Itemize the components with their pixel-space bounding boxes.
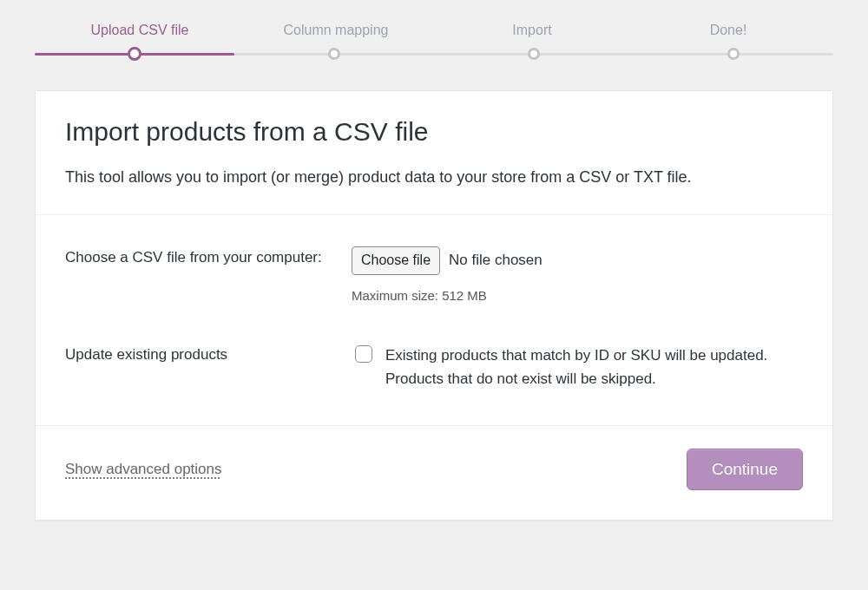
card-body: Choose a CSV file from your computer: Ch… (36, 215, 832, 425)
choose-file-button[interactable]: Choose file (352, 246, 440, 275)
progress-stepper: Upload CSV file Column mapping Import Do… (35, 21, 833, 61)
stepper-dot-1 (128, 47, 141, 61)
choose-file-label: Choose a CSV file from your computer: (65, 246, 352, 269)
update-existing-checkbox[interactable] (355, 345, 372, 363)
page-title: Import products from a CSV file (65, 117, 803, 147)
stepper-dot-2 (328, 48, 340, 60)
card-footer: Show advanced options Continue (36, 425, 832, 520)
file-chosen-status: No file chosen (449, 249, 542, 272)
step-done[interactable]: Done! (630, 21, 826, 49)
file-input-line: Choose file No file chosen (352, 246, 803, 275)
card-header: Import products from a CSV file This too… (36, 91, 832, 215)
continue-button[interactable]: Continue (687, 449, 803, 490)
stepper-track (35, 49, 833, 61)
update-existing-label: Update existing products (65, 344, 352, 366)
page-description: This tool allows you to import (or merge… (65, 166, 803, 190)
update-existing-field: Existing products that match by ID or SK… (352, 344, 803, 390)
update-existing-control: Existing products that match by ID or SK… (352, 344, 803, 390)
step-import[interactable]: Import (434, 21, 630, 49)
stepper-dot-4 (727, 48, 740, 60)
stepper-dot-3 (528, 48, 540, 60)
show-advanced-link[interactable]: Show advanced options (65, 461, 222, 478)
row-update-existing: Update existing products Existing produc… (65, 324, 803, 410)
max-size-hint: Maximum size: 512 MB (352, 285, 803, 305)
step-column-mapping[interactable]: Column mapping (238, 21, 434, 49)
importer-page: Upload CSV file Column mapping Import Do… (0, 0, 868, 555)
row-choose-file: Choose a CSV file from your computer: Ch… (65, 227, 803, 324)
choose-file-field: Choose file No file chosen Maximum size:… (352, 246, 803, 305)
update-existing-description: Existing products that match by ID or SK… (385, 344, 803, 390)
step-upload-csv[interactable]: Upload CSV file (42, 21, 238, 49)
stepper-labels: Upload CSV file Column mapping Import Do… (35, 21, 833, 49)
import-card: Import products from a CSV file This too… (35, 90, 833, 521)
